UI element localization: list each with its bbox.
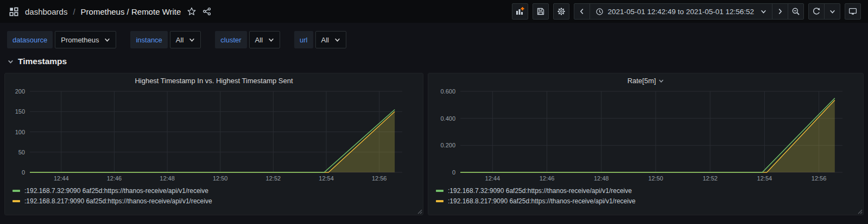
panels-row: Highest Timestamp In vs. Highest Timesta… (0, 73, 868, 215)
variable-value: All (255, 36, 263, 44)
variable-value: All (321, 36, 329, 44)
legend-item[interactable]: :192.168.7.32:9090 6af25d:https://thanos… (12, 185, 423, 196)
panel-highest-timestamp: Highest Timestamp In vs. Highest Timesta… (4, 73, 423, 215)
time-shift-forward-button[interactable] (772, 3, 788, 20)
x-tick-label: 12:48 (594, 175, 609, 182)
caret-down-icon (104, 37, 110, 43)
panel-title[interactable]: Rate[5m] (428, 73, 863, 88)
y-tick-label: 0.200 (440, 142, 455, 148)
chart-legend: :192.168.7.32:9090 6af25d:https://thanos… (428, 184, 863, 206)
share-icon[interactable] (200, 5, 213, 18)
y-tick-label: 200 (15, 88, 25, 95)
x-tick-label: 12:52 (266, 175, 281, 182)
time-shift-back-button[interactable] (574, 3, 590, 20)
variable-select-cluster[interactable]: All (249, 31, 280, 48)
plus-icon (521, 7, 524, 10)
zoom-out-button[interactable] (788, 3, 804, 20)
y-tick-label: 50 (18, 149, 25, 155)
y-tick-label: 100 (15, 129, 25, 135)
time-range-text: 2021-05-01 12:42:49 to 2021-05-01 12:56:… (608, 8, 754, 16)
caret-down-icon (334, 37, 340, 43)
series-area (460, 98, 835, 172)
breadcrumb-separator: / (73, 7, 75, 16)
variable-select-url[interactable]: All (315, 31, 346, 48)
variable-url: url All (294, 31, 346, 48)
variable-label-cluster: cluster (215, 31, 246, 48)
legend-label: :192.168.7.32:9090 6af25d:https://thanos… (24, 187, 208, 195)
x-tick-label: 12:46 (540, 175, 555, 182)
variable-instance: instance All (130, 31, 201, 48)
apps-grid-icon[interactable] (7, 5, 21, 18)
dashboard-title[interactable]: Prometheus / Remote Write (81, 7, 181, 16)
caret-down-icon (268, 37, 274, 43)
y-tick-label: 0.600 (440, 88, 455, 95)
chart-legend: :192.168.7.32:9090 6af25d:https://thanos… (5, 184, 423, 206)
chart-canvas[interactable]: 05010015020012:4412:4612:4812:5012:5212:… (9, 88, 419, 184)
variable-select-datasource[interactable]: Prometheus (55, 31, 116, 48)
y-tick-label: 0.400 (440, 115, 455, 122)
panel-menu-caret-icon (658, 78, 664, 84)
breadcrumb: dashboards / Prometheus / Remote Write (7, 5, 508, 18)
variable-label-url: url (294, 31, 313, 48)
settings-gear-button[interactable] (553, 3, 569, 20)
legend-swatch (12, 190, 20, 192)
x-tick-label: 12:44 (485, 175, 500, 182)
legend-swatch (436, 190, 443, 192)
x-tick-label: 12:54 (757, 175, 772, 182)
star-icon[interactable] (185, 5, 198, 18)
y-tick-label: 0 (22, 169, 25, 176)
x-tick-label: 12:56 (372, 175, 387, 182)
caret-down-icon (189, 37, 195, 43)
top-nav: dashboards / Prometheus / Remote Write (0, 0, 868, 23)
variable-value: Prometheus (61, 36, 99, 44)
legend-item[interactable]: :192.168.7.32:9090 6af25d:https://thanos… (436, 185, 863, 196)
timeseries-chart[interactable]: 00.2000.4000.60012:4412:4612:4812:5012:5… (433, 88, 859, 184)
variable-label-instance: instance (130, 31, 167, 48)
grafana-dashboard: { "nav": { "breadcrumb_root": "dashboard… (0, 0, 868, 224)
legend-label: :192.168.8.217:9090 6af25d:https://thano… (448, 197, 636, 205)
x-tick-label: 12:52 (702, 175, 718, 182)
y-tick-label: 150 (15, 108, 25, 115)
chart-canvas[interactable]: 00.2000.4000.60012:4412:4612:4812:5012:5… (433, 88, 859, 184)
nav-toolbar: 2021-05-01 12:42:49 to 2021-05-01 12:56:… (508, 3, 861, 20)
variable-select-instance[interactable]: All (170, 31, 201, 48)
panel-resize-handle[interactable] (417, 209, 422, 214)
refresh-button[interactable] (808, 3, 825, 20)
section-title: Timestamps (18, 57, 67, 66)
variable-value: All (176, 36, 183, 44)
clock-icon (595, 8, 604, 16)
save-dashboard-button[interactable] (533, 3, 549, 20)
variable-cluster: cluster All (215, 31, 280, 48)
timeseries-chart[interactable]: 05010015020012:4412:4612:4812:5012:5212:… (9, 88, 419, 184)
variable-label-datasource: datasource (7, 31, 53, 48)
variable-datasource: datasource Prometheus (7, 31, 116, 48)
time-range-picker[interactable]: 2021-05-01 12:42:49 to 2021-05-01 12:56:… (590, 3, 772, 20)
row-timestamps[interactable]: Timestamps (0, 54, 868, 73)
dashboard-variables: datasource Prometheus instance All clust… (0, 23, 868, 54)
x-tick-label: 12:56 (812, 175, 827, 182)
title-actions (185, 5, 213, 18)
add-panel-button[interactable] (512, 3, 528, 20)
chevron-down-icon (7, 58, 14, 65)
time-picker-group: 2021-05-01 12:42:49 to 2021-05-01 12:56:… (574, 3, 804, 20)
panel-title[interactable]: Highest Timestamp In vs. Highest Timesta… (5, 73, 423, 88)
legend-item[interactable]: :192.168.8.217:9090 6af25d:https://thano… (436, 196, 863, 206)
y-tick-label: 0 (452, 169, 455, 176)
legend-swatch (436, 200, 443, 202)
cycle-view-monitor-button[interactable] (845, 3, 861, 20)
x-tick-label: 12:50 (648, 175, 663, 182)
refresh-group (808, 3, 840, 20)
x-tick-label: 12:50 (213, 175, 228, 182)
x-tick-label: 12:46 (107, 175, 122, 182)
legend-swatch (12, 200, 20, 202)
x-tick-label: 12:54 (319, 175, 334, 182)
legend-label: :192.168.7.32:9090 6af25d:https://thanos… (448, 187, 632, 195)
breadcrumb-dashboards-link[interactable]: dashboards (25, 7, 67, 16)
series-area (30, 110, 395, 172)
panel-resize-handle[interactable] (858, 209, 863, 214)
legend-item[interactable]: :192.168.8.217:9090 6af25d:https://thano… (12, 196, 423, 206)
refresh-interval-caret-button[interactable] (824, 3, 840, 20)
x-tick-label: 12:44 (54, 175, 69, 182)
panel-rate-5m: Rate[5m] 00.2000.4000.60012:4412:4612:48… (428, 73, 864, 215)
legend-label: :192.168.8.217:9090 6af25d:https://thano… (24, 197, 212, 205)
